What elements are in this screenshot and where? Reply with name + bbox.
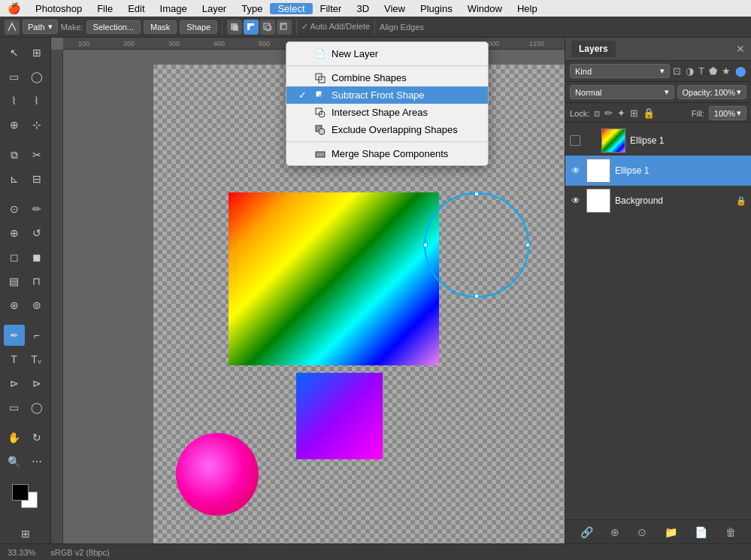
filter-adjust-icon[interactable]: ◑ <box>686 65 694 77</box>
handle-bottom[interactable] <box>474 294 479 298</box>
subtract-icon[interactable] <box>244 20 259 35</box>
add-mask-icon[interactable]: ⊙ <box>637 526 647 538</box>
fill-value[interactable]: 100% <box>714 109 735 118</box>
menu-item-intersect[interactable]: Intersect Shape Areas <box>286 104 488 121</box>
filter-type-icon[interactable]: T <box>698 65 704 77</box>
layer-item-ellipse1-active[interactable]: 👁 Ellipse 1 <box>565 156 751 186</box>
screen-mode[interactable]: ⊞ <box>15 523 36 544</box>
menu-plugins[interactable]: Plugins <box>413 3 460 14</box>
gradient-tool[interactable]: ▤ <box>4 271 25 292</box>
marquee-rect-tool[interactable]: ▭ <box>4 66 25 87</box>
lasso-poly-tool[interactable]: ⌇ <box>26 90 47 111</box>
bg-eraser-tool[interactable]: ◼ <box>26 247 47 268</box>
apple-menu[interactable]: 🍎 <box>0 2 28 14</box>
crop-tool[interactable]: ⧉ <box>4 144 25 165</box>
path-select-tool[interactable]: ⊳ <box>4 373 25 394</box>
delete-layer-icon[interactable]: 🗑 <box>725 526 736 538</box>
ruler-tool[interactable]: ⊟ <box>26 168 47 189</box>
layer-visibility-icon-ellipse1[interactable]: 👁 <box>570 165 582 177</box>
brush-tool[interactable]: ✏ <box>26 198 47 219</box>
add-style-icon[interactable]: ⊕ <box>610 526 619 538</box>
eraser-tool[interactable]: ◻ <box>4 247 25 268</box>
tab-layers[interactable]: Layers <box>571 41 616 57</box>
rainbow-rectangle[interactable] <box>229 192 439 365</box>
eyedropper-tool[interactable]: ⊾ <box>4 168 25 189</box>
menu-item-subtract[interactable]: ✓ Subtract Front Shape <box>286 86 488 104</box>
foreground-color-swatch[interactable] <box>12 484 29 501</box>
history-brush-tool[interactable]: ↺ <box>26 222 47 244</box>
menu-item-new-layer[interactable]: 📄 New Layer <box>286 45 488 62</box>
ellipse-shape-tool[interactable]: ◯ <box>26 397 47 418</box>
magenta-circle[interactable] <box>176 433 259 516</box>
layer-item-ellipse1-top[interactable]: Ellipse 1 <box>565 126 751 156</box>
link-layers-icon[interactable]: 🔗 <box>580 526 593 538</box>
quick-select-tool[interactable]: ⊕ <box>4 114 25 135</box>
opacity-control[interactable]: Opacity: 100% ▾ <box>677 85 747 99</box>
filter-smart-icon[interactable]: ★ <box>722 65 731 77</box>
menu-view[interactable]: View <box>377 3 413 14</box>
filter-pixel-icon[interactable]: ⊡ <box>673 65 681 77</box>
lock-move-icon[interactable]: ✦ <box>617 107 625 120</box>
artboard-tool[interactable]: ⊞ <box>26 42 47 63</box>
new-group-icon[interactable]: 📁 <box>665 526 677 538</box>
menu-select[interactable]: Select <box>270 3 312 14</box>
exclude-icon[interactable] <box>277 20 292 35</box>
layer-visibility-ellipse1-top[interactable] <box>570 135 580 146</box>
freeform-pen-tool[interactable]: ⌐ <box>26 325 47 346</box>
stamp-tool[interactable]: ⊕ <box>4 222 25 244</box>
path-type-dropdown[interactable]: Path ▾ <box>23 20 58 34</box>
opacity-value[interactable]: 100% <box>714 88 735 97</box>
menu-item-combine[interactable]: Combine Shapes <box>286 69 488 86</box>
shape-button[interactable]: Shape <box>180 20 217 34</box>
marquee-ellipse-tool[interactable]: ◯ <box>26 66 47 87</box>
move-tool[interactable]: ↖ <box>4 42 25 63</box>
lock-transparency-icon[interactable]: ⧈ <box>594 107 600 120</box>
lock-artboard-icon[interactable]: ⊞ <box>630 107 638 120</box>
selection-button[interactable]: Selection... <box>86 20 141 34</box>
menu-filter[interactable]: Filter <box>313 3 350 14</box>
blend-mode-dropdown[interactable]: Normal ▾ <box>570 85 674 99</box>
dodge-tool[interactable]: ⊚ <box>26 295 47 316</box>
extra-tool[interactable]: ⋯ <box>26 451 47 472</box>
menu-image[interactable]: Image <box>153 3 195 14</box>
menu-file[interactable]: File <box>89 3 120 14</box>
small-gradient-rect[interactable] <box>296 373 383 459</box>
filter-toggle[interactable]: ⬤ <box>735 65 746 77</box>
spot-heal-tool[interactable]: ⊙ <box>4 198 25 219</box>
rect-shape-tool[interactable]: ▭ <box>4 397 25 418</box>
handle-top[interactable] <box>474 192 479 196</box>
fill-control[interactable]: 100% ▾ <box>709 106 746 120</box>
handle-right[interactable] <box>525 243 530 247</box>
slice-tool[interactable]: ✂ <box>26 144 47 165</box>
ellipse-outline[interactable] <box>424 192 529 298</box>
filter-shape-icon[interactable]: ⬟ <box>709 65 717 77</box>
menu-layer[interactable]: Layer <box>195 3 235 14</box>
new-layer-icon[interactable]: 📄 <box>695 526 707 538</box>
menu-edit[interactable]: Edit <box>120 3 152 14</box>
menu-window[interactable]: Window <box>460 3 510 14</box>
combine-icon[interactable] <box>227 20 242 35</box>
lasso-tool[interactable]: ⌇ <box>4 90 25 111</box>
kind-dropdown[interactable]: Kind ▾ <box>570 64 670 78</box>
menu-3d[interactable]: 3D <box>349 3 377 14</box>
layer-item-background[interactable]: 👁 Background 🔒 <box>565 186 751 216</box>
hand-tool[interactable]: ✋ <box>4 427 25 448</box>
mask-button[interactable]: Mask <box>144 20 177 34</box>
type-vertical-tool[interactable]: Tᵥ <box>26 349 47 370</box>
menu-help[interactable]: Help <box>510 3 545 14</box>
magic-wand-tool[interactable]: ⊹ <box>26 114 47 135</box>
zoom-tool[interactable]: 🔍 <box>4 451 25 472</box>
lock-all-icon[interactable]: 🔒 <box>643 107 655 120</box>
pen-tool[interactable]: ✒ <box>4 325 25 346</box>
handle-left[interactable] <box>423 243 428 247</box>
path-tool-icon[interactable] <box>5 20 20 35</box>
type-tool[interactable]: T <box>4 349 25 370</box>
direct-select-tool[interactable]: ⊳ <box>26 373 47 394</box>
menu-item-exclude[interactable]: Exclude Overlapping Shapes <box>286 121 488 138</box>
menu-item-merge[interactable]: Merge Shape Components <box>286 145 488 162</box>
paint-bucket-tool[interactable]: ⊓ <box>26 271 47 292</box>
intersect-icon[interactable] <box>260 20 275 35</box>
menu-photoshop[interactable]: Photoshop <box>28 3 89 14</box>
rotate-view-tool[interactable]: ↻ <box>26 427 47 448</box>
blur-tool[interactable]: ⊛ <box>4 295 25 316</box>
